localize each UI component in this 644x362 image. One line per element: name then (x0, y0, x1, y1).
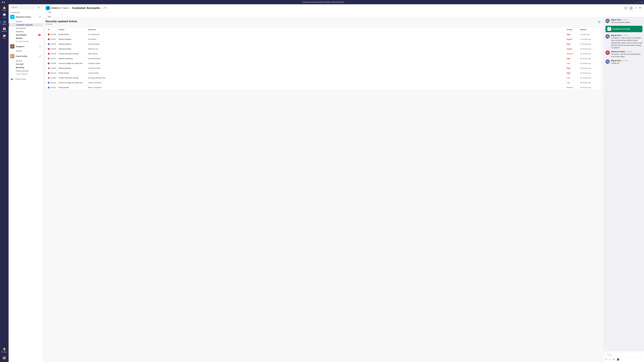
team-header-designers[interactable]: D Designers ••• (8, 43, 43, 49)
nav-chat-label: Chat (3, 17, 6, 18)
ticket-updated: 32 minutes ago (580, 62, 599, 64)
create-team-label: Create a team (15, 78, 26, 80)
table-row[interactable]: #12422 Incorrect charge on credit card F… (46, 80, 601, 85)
minimize-button[interactable]: – (634, 1, 636, 3)
online-indicator (608, 37, 610, 39)
close-button[interactable]: ✕ (641, 1, 642, 3)
more-channels-link[interactable]: 32 more channels (8, 40, 43, 43)
table-row[interactable]: #12431 Refund Request Iva Rollins Urgent… (46, 37, 601, 42)
reply-input[interactable]: Reply (606, 353, 642, 357)
favorite-star-icon[interactable]: ★ (101, 6, 103, 9)
col-id: ID (48, 29, 59, 30)
channel-name: Development (16, 27, 26, 29)
table-row[interactable]: #12432 Faulty Goods Jan Hammond High 1 m… (46, 32, 601, 37)
channel-item-general[interactable]: General (8, 49, 43, 53)
table-row[interactable]: #12425 Missing Delivery Tanisha Jenkins … (46, 66, 601, 71)
channel-item-marketing[interactable]: Marketing (8, 66, 43, 69)
ticket-id-cell: #12423 (48, 77, 59, 79)
tickets-area: Recently updated tickets 12 tickets 🔄 ID… (43, 17, 604, 362)
right-panel: MS Miguel Silva 11:40 am Tab conversatio… (604, 17, 644, 362)
create-team-icon: 👥+ (11, 78, 14, 80)
search-button[interactable]: 🔍 (37, 5, 40, 9)
team-more-designers[interactable]: ••• (39, 45, 41, 48)
ticket-requester: Georgina Blankenship (88, 77, 566, 79)
ticket-id-cell: #12430 (48, 43, 59, 45)
table-row[interactable]: #12421 Faulty Goods Becky Thompson Mediu… (46, 85, 601, 90)
ticket-subject: Missing Delivery (59, 43, 88, 45)
chat-icon[interactable]: 💬 (624, 6, 627, 9)
team-header-fourthcoffee[interactable]: F Fourth Coffee ••• (8, 53, 43, 59)
col-requester: Requester (88, 29, 566, 30)
channel-item-general[interactable]: General (8, 59, 43, 62)
table-row[interactable]: #12427 Delivery questions Greta Blackbur… (46, 56, 601, 61)
team-group-northwind: N Northwind Traders ••• General Customer… (8, 14, 43, 43)
message-text: Thanks 🙂 (611, 62, 642, 64)
tickets-refresh-button[interactable]: 🔄 (597, 20, 601, 24)
channel-item-marketing[interactable]: Marketing (8, 30, 43, 33)
window-controls[interactable]: – □ ✕ (634, 1, 642, 3)
ticket-subject: Incorrect charge on credit card (59, 82, 88, 84)
channel-list-fourthcoffee: General Fun stuff Marketing Weekly Speci… (8, 59, 43, 75)
channel-name: General (16, 20, 22, 22)
nav-item-teams[interactable]: 👥 Teams (0, 19, 8, 26)
sidebar-content: Favorites N Northwind Traders ••• Genera… (8, 10, 43, 362)
user-avatar: MS (2, 356, 6, 360)
table-row[interactable]: #12429 Defected Goods Felecia Love Urgen… (46, 46, 601, 51)
nav-item-meetings[interactable]: 📅 Meetings (0, 26, 8, 33)
message-time: 11:40 am (622, 60, 628, 61)
ticket-id-cell: #12427 (48, 57, 59, 59)
channel-badge: 2 (38, 34, 41, 36)
nav-item-files[interactable]: 📁 Files (0, 33, 8, 40)
search-input[interactable] (10, 5, 36, 9)
ticket-id: #12429 (50, 48, 56, 50)
message-header: Daphne Knowles 11:40 am (611, 50, 642, 52)
channel-more-button[interactable]: ••• (104, 6, 107, 9)
table-row[interactable]: #12428 Product still hasn't arrived Will… (46, 51, 601, 56)
refresh-icon[interactable]: 🔄 (630, 6, 632, 9)
nav-item-activity[interactable]: 🔔 Activity (0, 5, 8, 12)
ticket-id: #12422 (50, 82, 56, 84)
channel-item-general[interactable]: General (8, 20, 43, 23)
video-icon[interactable]: 🎥 (617, 358, 620, 361)
message-time: 11:40 am (622, 19, 628, 21)
emoji-icon[interactable]: ☺ (609, 358, 611, 361)
ticket-requester: Francis Pichardo (88, 82, 566, 84)
channel-item-weekly-specials[interactable]: Weekly Specials (8, 69, 43, 72)
channel-item-customer-accounts[interactable]: Customer Accounts (8, 23, 43, 26)
add-tab-button[interactable]: + (60, 12, 64, 16)
favorites-label: Favorites (8, 10, 43, 14)
ticket-status-dot (48, 67, 50, 69)
online-indicator (608, 22, 610, 23)
more-channels-link[interactable]: 4 more channels (8, 72, 43, 75)
nav-item-chat[interactable]: 💬 Chat (0, 12, 8, 19)
nav-item-feedback[interactable]: 💡 Feedback (0, 347, 8, 354)
zendesk-card[interactable]: Z Customer Accounts (606, 25, 642, 33)
team-header-northwind[interactable]: N Northwind Traders ••• (8, 14, 43, 20)
format-icon[interactable]: 𝐀 (606, 358, 607, 361)
team-more-fourthcoffee[interactable]: ••• (39, 55, 41, 57)
tab-conversation[interactable]: Conversation (46, 6, 60, 10)
channel-item-development[interactable]: Development (8, 26, 43, 30)
nav-item-user[interactable]: MS (0, 355, 8, 361)
maximize-button[interactable]: □ (638, 1, 639, 3)
team-group-designers: D Designers ••• General (8, 43, 43, 53)
ticket-priority: High (566, 72, 580, 74)
create-team-button[interactable]: 👥+ Create a team (8, 76, 43, 81)
popout-icon[interactable]: ↗ (634, 6, 636, 9)
ticket-requester: Becky Thompson (88, 86, 566, 88)
files-icon: 📁 (3, 34, 6, 37)
table-row[interactable]: #12423 Product still hasn't arrived Geor… (46, 75, 601, 80)
channel-item-social-media[interactable]: Social Media 2 (8, 33, 43, 37)
channel-item-fun-stuff[interactable]: Fun stuff (8, 62, 43, 66)
more-options-icon[interactable]: ••• (639, 6, 641, 9)
table-row[interactable]: #12430 Missing Delivery Kenny Boyette Hi… (46, 42, 601, 46)
team-more-northwind[interactable]: ••• (39, 16, 41, 18)
attach-icon[interactable]: 📎 (612, 358, 615, 361)
teams-list: N Northwind Traders ••• General Customer… (8, 14, 43, 75)
tab-files[interactable]: Files (46, 10, 60, 14)
table-row[interactable]: #12424 Faulty Goods Lamont Sides High 47… (46, 71, 601, 75)
ticket-requester: Charlene Wade (88, 62, 566, 64)
compose-button[interactable]: ✏️ (42, 5, 43, 9)
table-row[interactable]: #12426 Incorrect charge on credit card C… (46, 61, 601, 66)
channel-item-website[interactable]: Website (8, 37, 43, 40)
